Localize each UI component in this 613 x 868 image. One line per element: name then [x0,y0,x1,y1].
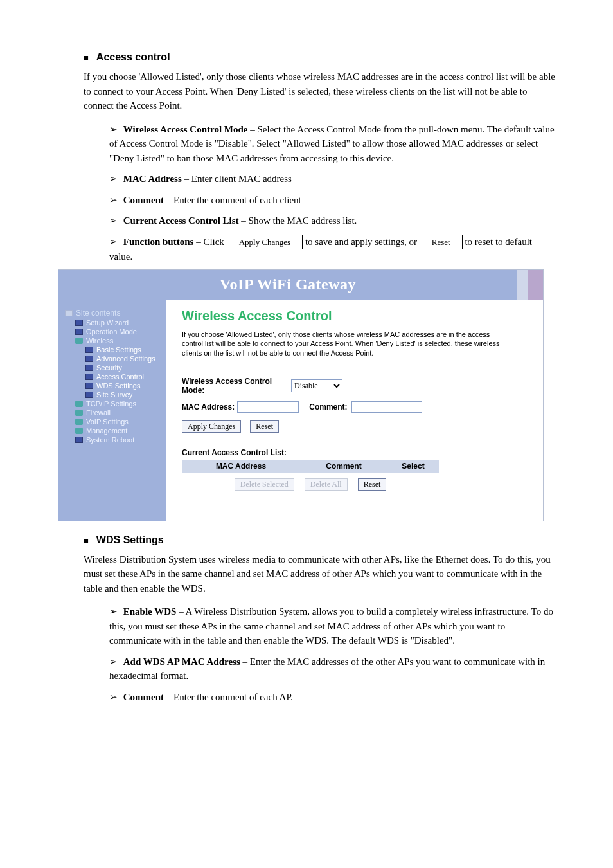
section-title: WDS Settings [96,534,164,545]
sidebar-item-label: Basic Settings [96,346,141,354]
banner: VoIP WiFi Gateway [58,270,543,300]
comment-label: Comment: [309,402,347,411]
sidebar-item[interactable]: Basic Settings [85,346,164,354]
divider [182,365,503,365]
router-admin-screenshot: VoIP WiFi Gateway Site contents Setup Wi… [58,269,544,521]
sidebar-item[interactable]: Setup Wizard [75,319,164,327]
sheet-icon [85,347,93,353]
inline-apply-button: Apply Changes [227,235,303,250]
sidebar-item[interactable]: Firewall [75,409,164,417]
col-mac: MAC Address [182,460,300,473]
sheet-icon [85,383,93,389]
reset-list-button[interactable]: Reset [358,478,387,491]
folder-icon [75,428,83,434]
delete-selected-button[interactable]: Delete Selected [235,478,294,491]
inline-reset-button: Reset [420,235,463,250]
sidebar-item[interactable]: System Reboot [75,436,164,444]
arrow-icon: ➢ [109,604,121,619]
mac-label: MAC Address: [182,402,235,411]
section-desc: If you choose 'Allowed Listed', only tho… [84,69,555,113]
sidebar-item[interactable]: Security [85,364,164,372]
sidebar-item-label: Setup Wizard [86,319,129,327]
folder-icon [75,401,83,407]
sheet-icon [65,310,73,316]
arrow-icon: ➢ [109,122,121,137]
doc-item-comment: ➢ Comment – Enter the comment of each cl… [109,193,555,208]
doc-item-mode: ➢ Wireless Access Control Mode – Select … [109,122,555,166]
mode-label: Wireless Access Control Mode: [182,377,291,395]
sidebar-item-label: WDS Settings [96,382,140,390]
mode-row: Wireless Access Control Mode: Disable [182,377,528,395]
mac-input[interactable] [237,401,299,413]
section-title: Access control [96,51,170,62]
banner-decor [517,270,543,300]
doc-item-wds-mac: ➢ Add WDS AP MAC Address – Enter the MAC… [109,655,555,683]
sidebar-item[interactable]: TCP/IP Settings [75,400,164,408]
comment-input[interactable] [351,401,422,413]
sidebar-item-label: Security [96,364,122,372]
acl-list-header: Current Access Control List: [182,448,528,457]
doc-item-func: ➢ Function buttons – Click Apply Changes… [109,235,555,264]
doc-item-mac: ➢ MAC Address – Enter client MAC address [109,172,555,186]
content-panel: Wireless Access Control If you choose 'A… [166,300,543,521]
sheet-icon [75,320,83,326]
doc-item-wds-comment: ➢ Comment – Enter the comment of each AP… [109,690,555,705]
table-button-row: Delete Selected Delete All Reset [182,478,439,491]
sidebar-item-label: Operation Mode [86,328,137,336]
sidebar-item[interactable]: Access Control [85,373,164,381]
sidebar-item-label: VoIP Settings [86,418,129,426]
doc-item-list: ➢ Current Access Control List – Show the… [109,213,555,228]
section-access-control-header: ■ Access control [84,51,555,63]
sidebar-item-label: Management [86,427,127,435]
section-desc: Wireless Distribution System uses wirele… [84,552,555,596]
col-select: Select [387,460,439,473]
page-heading: Wireless Access Control [182,309,528,323]
arrow-icon: ➢ [109,690,121,705]
folder-icon [75,410,83,416]
sidebar-item-label: TCP/IP Settings [86,400,136,408]
sidebar-item-label: Advanced Settings [96,355,155,363]
folder-icon [75,338,83,344]
delete-all-button[interactable]: Delete All [305,478,348,491]
page-desc: If you choose 'Allowed Listed', only tho… [182,330,503,359]
mac-row: MAC Address: Comment: [182,401,528,413]
arrow-icon: ➢ [109,655,121,669]
arrow-icon: ➢ [109,172,121,186]
sidebar-item-label: Site Survey [96,391,132,399]
sheet-icon [85,365,93,371]
section-wds-header: ■ WDS Settings [84,534,555,546]
apply-changes-button[interactable]: Apply Changes [182,420,241,433]
sidebar-item[interactable]: Advanced Settings [85,355,164,363]
arrow-icon: ➢ [109,193,121,208]
col-comment: Comment [300,460,387,473]
folder-icon [75,419,83,425]
sidebar: Site contents Setup WizardOperation Mode… [58,300,166,521]
sidebar-item[interactable]: WDS Settings [85,382,164,390]
sidebar-item-label: Access Control [96,373,144,381]
sidebar-heading: Site contents [65,309,164,318]
banner-title: VoIP WiFi Gateway [58,276,517,293]
sidebar-item[interactable]: Operation Mode [75,328,164,336]
reset-button[interactable]: Reset [250,420,279,433]
sheet-icon [75,437,83,443]
sidebar-item-label: Firewall [86,409,111,417]
sidebar-item[interactable]: Wireless [75,337,164,345]
acl-table: MAC Address Comment Select [182,460,439,473]
sidebar-item[interactable]: VoIP Settings [75,418,164,426]
sheet-icon [85,356,93,362]
sidebar-item[interactable]: Management [75,427,164,435]
arrow-icon: ➢ [109,213,121,228]
sidebar-item-label: System Reboot [86,436,134,444]
sheet-icon [85,374,93,380]
sidebar-item-label: Wireless [86,337,113,345]
arrow-icon: ➢ [109,235,121,249]
sheet-icon [85,392,93,398]
button-row: Apply Changes Reset [182,420,528,433]
mode-select[interactable]: Disable [291,379,342,392]
sheet-icon [75,329,83,335]
doc-item-enable-wds: ➢ Enable WDS – A Wireless Distribution S… [109,604,555,648]
sidebar-item[interactable]: Site Survey [85,391,164,399]
